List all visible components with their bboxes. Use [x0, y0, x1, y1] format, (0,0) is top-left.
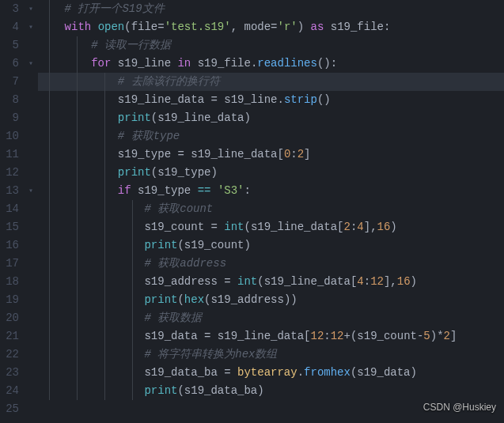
fold-marker[interactable]: ▾ — [24, 182, 38, 200]
fold-marker — [24, 73, 38, 91]
line-number: 5 — [0, 36, 19, 55]
fold-marker — [24, 309, 38, 327]
fold-marker — [24, 236, 38, 255]
code-line[interactable]: s19_address = int(s19_line_data[4:12],16… — [38, 273, 504, 291]
line-number: 6 — [0, 55, 19, 73]
fold-marker — [24, 346, 38, 364]
code-line[interactable]: # 将字符串转换为hex数组 — [38, 346, 504, 364]
line-content: print(hex(s19_address)) — [38, 293, 297, 306]
line-number: 7 — [0, 73, 19, 91]
fold-marker — [24, 145, 38, 164]
fold-marker — [24, 327, 38, 346]
line-content: for s19_line in s19_file.readlines(): — [38, 57, 337, 70]
fold-marker — [24, 91, 38, 109]
line-number-gutter: 345678910111213141516171819202122232425 — [0, 0, 24, 423]
line-content: s19_type = s19_line_data[0:2] — [38, 148, 311, 161]
line-content: print(s19_type) — [38, 166, 218, 179]
watermark: CSDN @Huskiey — [423, 398, 496, 417]
code-line[interactable]: s19_line_data = s19_line.strip() — [38, 91, 504, 109]
line-content: # 获取数据 — [38, 312, 202, 324]
line-number: 11 — [0, 145, 19, 164]
line-number: 15 — [0, 218, 19, 236]
line-content: s19_data_ba = bytearray.fromhex(s19_data… — [38, 366, 417, 379]
code-line[interactable]: print(s19_count) — [38, 236, 504, 255]
code-line[interactable]: with open(file='test.s19', mode='r') as … — [38, 18, 504, 36]
code-line[interactable]: print(hex(s19_address)) — [38, 291, 504, 309]
line-content: with open(file='test.s19', mode='r') as … — [38, 21, 390, 33]
code-line[interactable]: # 获取数据 — [38, 309, 504, 327]
fold-column[interactable]: ▾▾▾▾ — [24, 0, 38, 423]
fold-marker — [24, 273, 38, 291]
line-number: 3 — [0, 0, 19, 18]
line-number: 21 — [0, 327, 19, 346]
line-content: print(s19_count) — [38, 239, 251, 251]
code-line[interactable]: # 打开一个S19文件 — [38, 0, 504, 18]
line-number: 24 — [0, 382, 19, 400]
line-number: 9 — [0, 109, 19, 127]
line-number: 22 — [0, 346, 19, 364]
fold-marker — [24, 218, 38, 236]
line-content: if s19_type == 'S3': — [38, 184, 251, 197]
fold-marker — [24, 364, 38, 382]
line-content: # 将字符串转换为hex数组 — [38, 348, 277, 361]
code-line[interactable]: # 获取count — [38, 200, 504, 218]
fold-marker — [24, 36, 38, 55]
code-line[interactable]: for s19_line in s19_file.readlines(): — [38, 55, 504, 73]
line-number: 8 — [0, 91, 19, 109]
fold-marker — [24, 291, 38, 309]
code-line[interactable]: if s19_type == 'S3': — [38, 182, 504, 200]
line-number: 13 — [0, 182, 19, 200]
code-area[interactable]: # 打开一个S19文件 with open(file='test.s19', m… — [38, 0, 504, 423]
line-number: 12 — [0, 164, 19, 182]
code-line[interactable]: # 读取一行数据 — [38, 36, 504, 55]
code-line[interactable]: # 去除该行的换行符 — [38, 73, 504, 91]
fold-marker — [24, 164, 38, 182]
fold-marker — [24, 255, 38, 273]
fold-marker[interactable]: ▾ — [24, 55, 38, 73]
line-content: # 打开一个S19文件 — [38, 2, 165, 15]
code-line[interactable]: print(s19_type) — [38, 164, 504, 182]
line-number: 19 — [0, 291, 19, 309]
code-line[interactable]: # 获取address — [38, 255, 504, 273]
line-content: s19_data = s19_line_data[12:12+(s19_coun… — [38, 330, 457, 342]
fold-marker — [24, 200, 38, 218]
line-content: # 获取count — [38, 202, 213, 215]
line-content: s19_address = int(s19_line_data[4:12],16… — [38, 275, 417, 288]
line-number: 16 — [0, 236, 19, 255]
line-number: 23 — [0, 364, 19, 382]
code-editor[interactable]: 345678910111213141516171819202122232425 … — [0, 0, 504, 423]
line-number: 10 — [0, 127, 19, 145]
line-number: 18 — [0, 273, 19, 291]
line-content: s19_line_data = s19_line.strip() — [38, 93, 331, 106]
line-content: s19_count = int(s19_line_data[2:4],16) — [38, 221, 397, 233]
fold-marker — [24, 109, 38, 127]
line-content: print(s19_line_data) — [38, 111, 251, 124]
fold-marker — [24, 382, 38, 400]
line-number: 14 — [0, 200, 19, 218]
line-number: 4 — [0, 18, 19, 36]
fold-marker[interactable]: ▾ — [24, 18, 38, 36]
line-number: 17 — [0, 255, 19, 273]
line-number: 25 — [0, 400, 19, 418]
line-content: # 读取一行数据 — [38, 39, 171, 51]
fold-marker — [24, 127, 38, 145]
fold-marker[interactable]: ▾ — [24, 0, 38, 18]
code-line[interactable]: s19_count = int(s19_line_data[2:4],16) — [38, 218, 504, 236]
code-line[interactable]: # 获取type — [38, 127, 504, 145]
line-number: 20 — [0, 309, 19, 327]
line-content: # 获取type — [38, 130, 180, 142]
fold-marker — [24, 400, 38, 418]
code-line[interactable]: s19_data_ba = bytearray.fromhex(s19_data… — [38, 364, 504, 382]
code-line[interactable]: print(s19_line_data) — [38, 109, 504, 127]
code-line[interactable]: print(s19_data_ba) — [38, 382, 504, 400]
line-content: # 获取address — [38, 257, 226, 270]
code-line[interactable]: s19_type = s19_line_data[0:2] — [38, 145, 504, 164]
line-content: # 去除该行的换行符 — [38, 75, 220, 88]
line-content: print(s19_data_ba) — [38, 384, 264, 397]
code-line[interactable]: s19_data = s19_line_data[12:12+(s19_coun… — [38, 327, 504, 346]
